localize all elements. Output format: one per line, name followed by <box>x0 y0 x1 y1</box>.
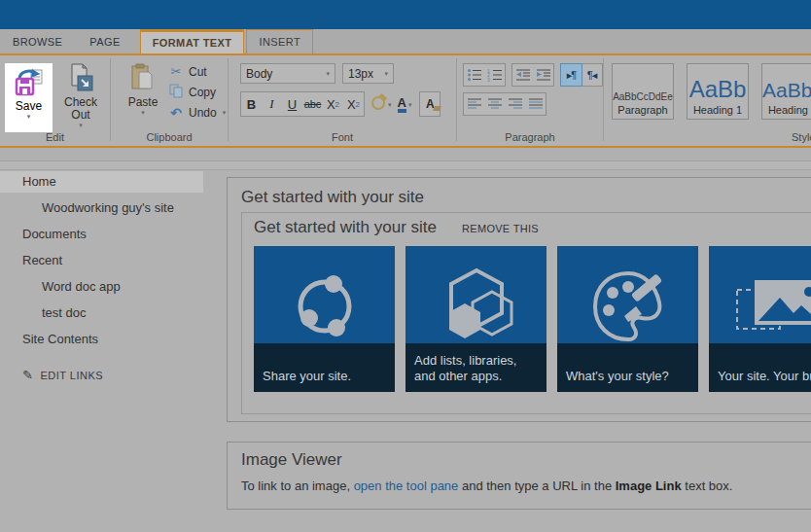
align-left-button[interactable] <box>464 93 484 115</box>
image-icon <box>709 260 811 353</box>
save-button[interactable]: Save ▾ <box>5 63 53 132</box>
highlight-caret: ▾ <box>388 101 392 108</box>
tab-page[interactable]: PAGE <box>89 29 120 53</box>
style-heading1[interactable]: AaBb Heading 1 <box>687 63 749 120</box>
paste-icon <box>130 79 156 95</box>
style-paragraph-preview: AaBbCcDdEe <box>613 91 673 102</box>
webpart-zone-get-started: Get started with your site Get started w… <box>227 177 811 422</box>
subscript-digit: 2 <box>335 100 339 109</box>
font-size-select[interactable]: 13px ▾ <box>342 63 394 84</box>
ribbon-group-edit: Save ▾ Check Out ▾ Edit <box>0 55 110 146</box>
align-center-icon <box>487 97 503 111</box>
undo-button[interactable]: ↶ Undo ▾ <box>167 102 226 123</box>
iv-text-prefix: To link to an image, <box>241 479 354 493</box>
tile-whats-your-style[interactable]: What's your style? <box>557 246 698 392</box>
remove-this-link[interactable]: REMOVE THIS <box>462 223 539 234</box>
sidebar-item-site-contents[interactable]: Site Contents <box>0 329 227 350</box>
font-size-caret: ▾ <box>384 70 388 77</box>
align-center-button[interactable] <box>484 93 505 115</box>
ribbon-group-clipboard: Paste ▾ ✂ Cut Copy ↶ Undo ▾ <box>111 55 228 146</box>
suite-bar <box>0 0 811 29</box>
italic-button[interactable]: I <box>262 92 282 116</box>
increase-indent-icon <box>536 68 551 82</box>
check-out-icon <box>67 79 94 95</box>
copy-button[interactable]: Copy <box>167 82 226 102</box>
tab-format-text[interactable]: FORMAT TEXT <box>140 29 245 53</box>
paste-button[interactable]: Paste ▾ <box>119 63 167 116</box>
group-label-edit: Edit <box>0 131 110 143</box>
webpart-title: Get started with your site <box>254 218 437 237</box>
bullet-list-button[interactable] <box>464 64 484 86</box>
left-to-right-button[interactable]: ▸¶ <box>561 64 582 86</box>
tile-your-site-your-brand[interactable]: Your site. Your brand. <box>709 246 811 392</box>
undo-icon: ↶ <box>167 105 185 121</box>
main-content: Get started with your site Get started w… <box>227 170 811 510</box>
font-name-select[interactable]: Body ▾ <box>240 63 335 84</box>
subscript-button[interactable]: X2 <box>323 92 343 116</box>
palette-icon <box>557 260 698 353</box>
save-label: Save <box>5 100 53 113</box>
superscript-digit: 2 <box>356 100 360 109</box>
check-out-label: Check Out <box>56 96 105 122</box>
sidebar-item-word-doc-app[interactable]: Word doc app <box>0 276 227 298</box>
check-out-button[interactable]: Check Out ▾ <box>56 63 105 128</box>
superscript-base: X <box>347 97 356 112</box>
tile-add-lists[interactable]: Add lists, libraries, and other apps. <box>406 246 547 392</box>
bold-button[interactable]: B <box>241 92 262 116</box>
font-name-caret: ▾ <box>326 70 330 77</box>
sidebar-item-recent[interactable]: Recent <box>0 250 227 271</box>
align-left-icon <box>467 97 482 111</box>
increase-indent-button[interactable] <box>533 64 553 86</box>
undo-dropdown-caret[interactable]: ▾ <box>223 109 227 117</box>
justify-button[interactable] <box>525 93 546 115</box>
clear-format-button[interactable]: A <box>419 91 441 117</box>
check-out-dropdown-caret[interactable]: ▾ <box>56 122 105 128</box>
tile-caption: Your site. Your brand. <box>709 363 811 392</box>
right-to-left-button[interactable]: ¶◂ <box>582 64 602 86</box>
decrease-indent-icon <box>515 68 531 82</box>
cut-label: Cut <box>189 65 207 79</box>
superscript-button[interactable]: X2 <box>343 92 364 116</box>
iv-image-link-bold: Image Link <box>616 479 682 493</box>
sidebar-item-home[interactable]: Home <box>0 171 203 193</box>
underline-button[interactable]: U <box>282 92 302 116</box>
save-icon <box>15 83 44 99</box>
save-dropdown-caret[interactable]: ▾ <box>5 113 53 120</box>
highlight-color-button[interactable]: ▾ <box>370 93 392 115</box>
numbered-list-button[interactable]: 1 2 3 <box>484 64 505 86</box>
sidebar-item-documents[interactable]: Documents <box>0 224 227 245</box>
style-paragraph[interactable]: AaBbCcDdEe Paragraph <box>612 63 674 120</box>
strikethrough-button[interactable]: abc <box>302 92 323 116</box>
tab-browse[interactable]: BROWSE <box>13 29 62 53</box>
subscript-base: X <box>327 97 335 112</box>
numbered-list-icon: 1 2 3 <box>487 68 503 82</box>
style-heading2-preview: AaBbC <box>762 79 811 102</box>
font-color-icon: A <box>398 96 406 113</box>
open-tool-pane-link[interactable]: open the tool pane <box>354 479 459 493</box>
sidebar-item-test-doc[interactable]: test doc <box>0 302 227 324</box>
tile-caption: Share your site. <box>254 363 360 392</box>
group-label-clipboard: Clipboard <box>111 131 228 143</box>
tile-share-your-site[interactable]: Share your site. <box>254 246 395 392</box>
page-top-strip <box>0 161 811 170</box>
tile-caption-band: Share your site. <box>254 343 395 392</box>
ribbon-group-paragraph: 1 2 3 <box>457 55 603 146</box>
ribbon: Save ▾ Check Out ▾ Edit <box>0 55 811 148</box>
tab-insert[interactable]: INSERT <box>246 29 313 53</box>
ribbon-bottom-strip <box>0 148 811 161</box>
edit-links-button[interactable]: ✎ EDIT LINKS <box>0 368 227 382</box>
paste-dropdown-caret[interactable]: ▾ <box>119 109 167 116</box>
apps-hexagon-icon <box>406 260 547 353</box>
ribbon-group-font: Body ▾ 13px ▾ B I U abc X2 X2 <box>229 55 456 146</box>
get-started-tiles: Share your site. Add lists, li <box>254 246 811 392</box>
sidebar-item-woodworking[interactable]: Woodworking guy's site <box>0 197 227 219</box>
page-body: Home Woodworking guy's site Documents Re… <box>0 170 811 528</box>
decrease-indent-button[interactable] <box>512 64 533 86</box>
svg-text:3: 3 <box>487 77 490 83</box>
font-color-button[interactable]: A ▾ <box>398 96 412 113</box>
style-heading2[interactable]: AaBbC Heading 2 <box>761 63 811 120</box>
sidebar-nav: Home Woodworking guy's site Documents Re… <box>0 171 227 382</box>
cut-button[interactable]: ✂ Cut <box>167 61 226 82</box>
edit-links-label: EDIT LINKS <box>40 370 103 381</box>
align-right-button[interactable] <box>505 93 525 115</box>
